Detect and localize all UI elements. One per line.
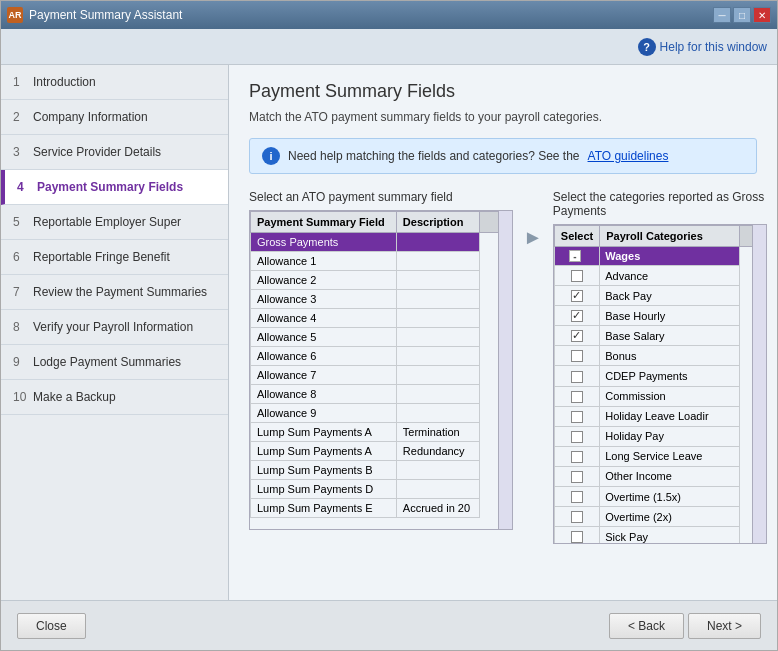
checkbox-icon[interactable] xyxy=(571,371,583,383)
checkbox-cell[interactable] xyxy=(554,286,599,306)
table-row[interactable]: Lump Sum Payments B xyxy=(251,461,500,480)
info-icon: i xyxy=(262,147,280,165)
help-button[interactable]: ? Help for this window xyxy=(638,38,767,56)
field-cell: Allowance 4 xyxy=(251,309,397,328)
sidebar-item-super[interactable]: 5 Reportable Employer Super xyxy=(1,205,228,240)
table-row[interactable]: Allowance 3 xyxy=(251,290,500,309)
table-row[interactable]: Allowance 8 xyxy=(251,385,500,404)
table-row[interactable]: Commission xyxy=(554,386,753,406)
checkbox-cell[interactable] xyxy=(554,466,599,486)
col-select[interactable]: Select xyxy=(554,226,599,247)
ato-guidelines-link[interactable]: ATO guidelines xyxy=(588,149,669,163)
left-scrollbar[interactable] xyxy=(498,211,512,529)
table-row[interactable]: Base Salary xyxy=(554,326,753,346)
table-row[interactable]: Overtime (1.5x) xyxy=(554,487,753,507)
checkbox-icon[interactable] xyxy=(571,531,583,543)
checkbox-cell[interactable] xyxy=(554,366,599,386)
col-categories[interactable]: Payroll Categories xyxy=(600,226,740,247)
table-row[interactable]: Allowance 1 xyxy=(251,252,500,271)
table-row[interactable]: Back Pay xyxy=(554,286,753,306)
table-row[interactable]: Lump Sum Payments A Termination xyxy=(251,423,500,442)
col-field[interactable]: Payment Summary Field xyxy=(251,212,397,233)
sidebar-item-backup[interactable]: 10 Make a Backup xyxy=(1,380,228,415)
checkbox-cell[interactable] xyxy=(554,507,599,527)
checkbox-cell[interactable] xyxy=(554,386,599,406)
table-row[interactable]: Sick Pay xyxy=(554,527,753,544)
checkbox-cell[interactable] xyxy=(554,346,599,366)
sidebar-item-introduction[interactable]: 1 Introduction xyxy=(1,65,228,100)
close-button[interactable]: Close xyxy=(17,613,86,639)
checkbox-cell[interactable] xyxy=(554,326,599,346)
checkbox-cell[interactable] xyxy=(554,306,599,326)
maximize-button[interactable]: □ xyxy=(733,7,751,23)
window-close-button[interactable]: ✕ xyxy=(753,7,771,23)
sidebar-item-label: Payment Summary Fields xyxy=(37,180,183,194)
table-row[interactable]: Lump Sum Payments A Redundancy xyxy=(251,442,500,461)
sidebar-item-payment-fields[interactable]: 4 Payment Summary Fields xyxy=(1,170,228,205)
category-group-wages[interactable]: - Wages xyxy=(554,247,753,266)
checkbox-cell[interactable] xyxy=(554,487,599,507)
right-scrollbar[interactable] xyxy=(752,225,766,543)
sidebar-item-provider[interactable]: 3 Service Provider Details xyxy=(1,135,228,170)
table-row[interactable]: Other Income xyxy=(554,466,753,486)
sidebar-item-fringe[interactable]: 6 Reportable Fringe Benefit xyxy=(1,240,228,275)
sidebar-item-verify[interactable]: 8 Verify your Payroll Information xyxy=(1,310,228,345)
table-row[interactable]: CDEP Payments xyxy=(554,366,753,386)
page-title: Payment Summary Fields xyxy=(249,81,757,102)
step-num: 4 xyxy=(17,180,37,194)
next-button[interactable]: Next > xyxy=(688,613,761,639)
table-row[interactable]: Allowance 4 xyxy=(251,309,500,328)
right-panel: Select the categories reported as Gross … xyxy=(553,190,767,544)
checkbox-icon[interactable] xyxy=(571,471,583,483)
table-row[interactable]: Allowance 7 xyxy=(251,366,500,385)
sidebar-item-lodge[interactable]: 9 Lodge Payment Summaries xyxy=(1,345,228,380)
checkbox-icon[interactable] xyxy=(571,451,583,463)
table-row[interactable]: Bonus xyxy=(554,346,753,366)
expand-icon: - xyxy=(569,250,581,262)
table-row[interactable]: Lump Sum Payments D xyxy=(251,480,500,499)
checkbox-icon[interactable] xyxy=(571,511,583,523)
checkbox-cell[interactable] xyxy=(554,527,599,544)
step-num: 9 xyxy=(13,355,33,369)
desc-cell xyxy=(396,290,479,309)
desc-cell xyxy=(396,385,479,404)
table-row[interactable]: Allowance 6 xyxy=(251,347,500,366)
table-row[interactable]: Holiday Pay xyxy=(554,426,753,446)
checkbox-cell[interactable] xyxy=(554,406,599,426)
checkbox-icon[interactable] xyxy=(571,330,583,342)
table-row[interactable]: Advance xyxy=(554,266,753,286)
back-button[interactable]: < Back xyxy=(609,613,684,639)
sidebar-item-company[interactable]: 2 Company Information xyxy=(1,100,228,135)
checkbox-icon[interactable] xyxy=(571,310,583,322)
table-row[interactable]: Overtime (2x) xyxy=(554,507,753,527)
checkbox-icon[interactable] xyxy=(571,491,583,503)
desc-cell xyxy=(396,252,479,271)
col-desc[interactable]: Description xyxy=(396,212,479,233)
help-label: Help for this window xyxy=(660,40,767,54)
minimize-button[interactable]: ─ xyxy=(713,7,731,23)
table-row[interactable]: Gross Payments xyxy=(251,233,500,252)
checkbox-icon[interactable] xyxy=(571,431,583,443)
table-row[interactable]: Base Hourly xyxy=(554,306,753,326)
checkbox-icon[interactable] xyxy=(571,290,583,302)
checkbox-cell[interactable] xyxy=(554,266,599,286)
checkbox-icon[interactable] xyxy=(571,411,583,423)
checkbox-icon[interactable] xyxy=(571,270,583,282)
table-row[interactable]: Allowance 5 xyxy=(251,328,500,347)
checkbox-icon[interactable] xyxy=(571,391,583,403)
sidebar-item-review[interactable]: 7 Review the Payment Summaries xyxy=(1,275,228,310)
step-num: 6 xyxy=(13,250,33,264)
table-row[interactable]: Allowance 9 xyxy=(251,404,500,423)
group-expand[interactable]: - xyxy=(554,247,599,266)
checkbox-cell[interactable] xyxy=(554,426,599,446)
table-row[interactable]: Holiday Leave Loadir xyxy=(554,406,753,426)
panels-container: Select an ATO payment summary field Paym… xyxy=(249,190,757,544)
table-row[interactable]: Long Service Leave xyxy=(554,446,753,466)
table-row[interactable]: Allowance 2 xyxy=(251,271,500,290)
table-row[interactable]: Lump Sum Payments E Accrued in 20 xyxy=(251,499,500,518)
sidebar-item-label: Company Information xyxy=(33,110,148,124)
checkbox-icon[interactable] xyxy=(571,350,583,362)
desc-cell: Accrued in 20 xyxy=(396,499,479,518)
checkbox-cell[interactable] xyxy=(554,446,599,466)
desc-cell xyxy=(396,366,479,385)
